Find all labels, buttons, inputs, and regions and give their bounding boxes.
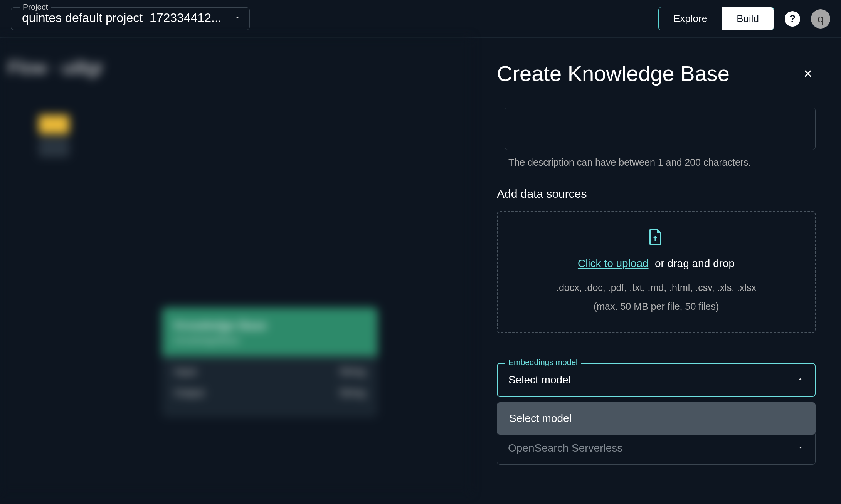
node-badge xyxy=(39,115,69,134)
row-label: Output xyxy=(174,387,204,399)
project-selector[interactable]: Project quintes default project_17233441… xyxy=(11,7,250,30)
node-stack xyxy=(39,138,69,157)
build-tab[interactable]: Build xyxy=(722,7,774,30)
row-label: Input xyxy=(174,366,197,378)
description-helper: The description can have between 1 and 2… xyxy=(508,157,816,168)
vector-store-select[interactable]: OpenSearch Serverless xyxy=(497,432,816,465)
chevron-up-icon xyxy=(796,375,804,385)
mode-toggle: Explore Build xyxy=(658,7,774,30)
close-button[interactable] xyxy=(800,66,816,81)
upload-text-row: Click to upload or drag and drop xyxy=(510,257,802,270)
row-type: String xyxy=(339,387,365,399)
embeddings-dropdown: Select model xyxy=(497,402,816,435)
node-header: Knowledge Base knowledgeBase xyxy=(162,307,378,356)
create-kb-panel: Create Knowledge Base The description ca… xyxy=(471,38,841,492)
embeddings-label: Embeddings model xyxy=(505,358,581,367)
knowledge-base-node: Knowledge Base knowledgeBase Input Strin… xyxy=(162,307,378,417)
node-title: Knowledge Base xyxy=(174,318,365,333)
main-area: Flow · ui8gr Knowledge Base knowledgeBas… xyxy=(0,38,841,492)
description-textarea[interactable] xyxy=(505,108,816,150)
upload-suffix: or drag and drop xyxy=(655,257,735,269)
app-header: Project quintes default project_17233441… xyxy=(0,0,841,38)
node-row: Input String xyxy=(174,366,365,378)
chevron-down-icon xyxy=(797,444,804,453)
dropdown-option-select-model[interactable]: Select model xyxy=(497,402,816,435)
upload-limits: (max. 50 MB per file, 50 files) xyxy=(510,301,802,312)
row-type: String xyxy=(339,366,365,378)
upload-link[interactable]: Click to upload xyxy=(578,257,649,269)
avatar[interactable]: q xyxy=(811,9,830,29)
node-body: Input String Output String xyxy=(162,356,378,417)
embeddings-select[interactable]: Select model xyxy=(497,363,816,397)
canvas-node-stub xyxy=(39,115,77,146)
data-sources-title: Add data sources xyxy=(497,187,816,200)
vector-store-container: OpenSearch Serverless xyxy=(497,432,816,465)
project-label: Project xyxy=(20,2,51,12)
canvas-area: Flow · ui8gr Knowledge Base knowledgeBas… xyxy=(0,38,471,492)
project-value-row: quintes default project_172334412... xyxy=(22,11,242,25)
node-row: Output String xyxy=(174,387,365,399)
chevron-down-icon xyxy=(233,13,242,23)
header-right: Explore Build ? q xyxy=(658,7,830,30)
embeddings-value: Select model xyxy=(508,374,571,386)
vector-store-value: OpenSearch Serverless xyxy=(508,442,622,454)
project-name: quintes default project_172334412... xyxy=(22,11,222,25)
help-icon[interactable]: ? xyxy=(785,11,800,27)
upload-formats: .docx, .doc, .pdf, .txt, .md, .html, .cs… xyxy=(510,282,802,293)
panel-header: Create Knowledge Base xyxy=(497,61,816,86)
node-subtitle: knowledgeBase xyxy=(174,335,365,346)
panel-title: Create Knowledge Base xyxy=(497,61,730,86)
flow-title: Flow · ui8gr xyxy=(8,57,103,78)
upload-dropzone[interactable]: Click to upload or drag and drop .docx, … xyxy=(497,211,816,333)
explore-tab[interactable]: Explore xyxy=(659,7,722,30)
embeddings-select-container: Embeddings model Select model Select mod… xyxy=(497,363,816,397)
file-upload-icon xyxy=(510,229,802,247)
